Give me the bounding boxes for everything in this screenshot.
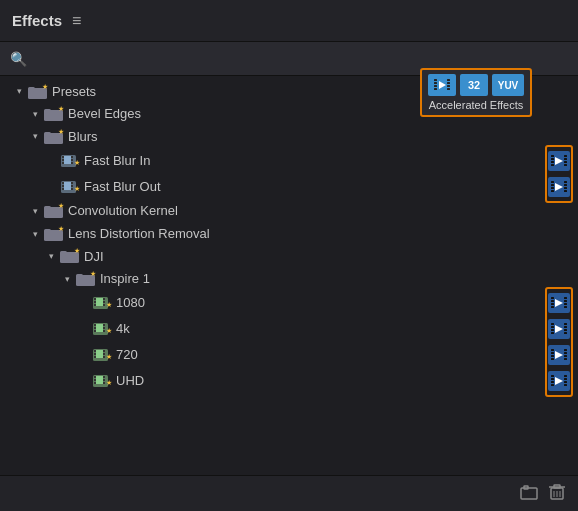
tree-item-4k[interactable]: ★ 4k xyxy=(0,316,578,342)
svg-rect-121 xyxy=(564,349,567,351)
item-label-4k: 4k xyxy=(116,321,548,336)
svg-rect-75 xyxy=(103,304,105,306)
svg-text:★: ★ xyxy=(106,327,112,334)
effect-icon-fast-blur-out: ★ xyxy=(60,178,84,195)
svg-rect-83 xyxy=(564,297,567,299)
video-effect-icon-uhd: ★ xyxy=(92,373,116,390)
svg-rect-45 xyxy=(64,182,71,190)
tree-item-blurs[interactable]: ★ Blurs xyxy=(0,125,578,148)
tree-item-fast-blur-out[interactable]: ★ Fast Blur Out xyxy=(0,174,578,200)
svg-rect-123 xyxy=(564,355,567,357)
item-label-uhd: UHD xyxy=(116,373,548,388)
svg-rect-93 xyxy=(103,327,105,329)
svg-rect-79 xyxy=(551,297,554,299)
svg-rect-35 xyxy=(564,161,567,163)
svg-rect-129 xyxy=(94,382,96,384)
tree-item-lens-distortion[interactable]: ★ Lens Distortion Removal xyxy=(0,222,578,245)
tree-item-1080[interactable]: ★ 1080 xyxy=(0,290,578,316)
svg-rect-92 xyxy=(103,324,105,326)
folder-icon-lens-distortion: ★ xyxy=(44,225,68,242)
delete-icon[interactable] xyxy=(548,483,566,505)
panel-header: Effects ≡ xyxy=(0,0,578,42)
search-input[interactable] xyxy=(33,51,568,66)
svg-rect-119 xyxy=(551,355,554,357)
svg-rect-127 xyxy=(94,376,96,378)
svg-rect-70 xyxy=(94,298,96,300)
item-label-dji: DJI xyxy=(84,249,570,264)
svg-rect-26 xyxy=(64,156,71,164)
svg-rect-30 xyxy=(551,158,554,160)
svg-rect-33 xyxy=(564,155,567,157)
svg-rect-141 xyxy=(564,378,567,380)
svg-rect-7 xyxy=(447,85,450,87)
svg-rect-58 xyxy=(44,206,51,211)
folder-icon-dji: ★ xyxy=(60,248,84,265)
svg-rect-99 xyxy=(551,326,554,328)
svg-text:★: ★ xyxy=(58,226,64,232)
chevron-lens-distortion[interactable] xyxy=(28,227,42,241)
chevron-dji[interactable] xyxy=(44,249,58,263)
svg-rect-42 xyxy=(71,182,73,184)
svg-rect-113 xyxy=(103,356,105,358)
panel-footer xyxy=(0,475,578,511)
svg-rect-85 xyxy=(564,303,567,305)
svg-text:★: ★ xyxy=(106,379,112,386)
menu-icon[interactable]: ≡ xyxy=(72,12,81,30)
svg-rect-143 xyxy=(564,384,567,386)
svg-rect-117 xyxy=(551,349,554,351)
svg-rect-61 xyxy=(44,229,51,234)
svg-rect-72 xyxy=(94,304,96,306)
accel-film-icon xyxy=(428,74,456,96)
svg-rect-139 xyxy=(551,384,554,386)
svg-rect-89 xyxy=(94,324,96,326)
chevron-bevel-edges[interactable] xyxy=(28,107,42,121)
svg-rect-22 xyxy=(62,162,64,164)
item-label-blurs: Blurs xyxy=(68,129,570,144)
tree-item-720[interactable]: ★ 720 xyxy=(0,342,578,368)
tree-area: ★ Presets ★ Bevel Edges ★ Blurs xyxy=(0,76,578,475)
svg-rect-53 xyxy=(564,184,567,186)
svg-rect-98 xyxy=(551,323,554,325)
gpu-icon-4k xyxy=(548,319,570,339)
chevron-presets[interactable] xyxy=(12,84,26,98)
panel-title: Effects xyxy=(12,12,62,29)
svg-rect-40 xyxy=(62,185,64,187)
chevron-blurs[interactable] xyxy=(28,129,42,143)
svg-text:★: ★ xyxy=(106,353,112,360)
svg-rect-103 xyxy=(564,326,567,328)
svg-text:★: ★ xyxy=(74,248,80,254)
svg-rect-8 xyxy=(447,88,450,90)
tree-item-fast-blur-in[interactable]: ★ Fast Blur In xyxy=(0,148,578,174)
svg-rect-105 xyxy=(564,332,567,334)
chevron-convolution-kernel[interactable] xyxy=(28,204,42,218)
svg-rect-81 xyxy=(551,303,554,305)
tree-item-convolution-kernel[interactable]: ★ Convolution Kernel xyxy=(0,200,578,223)
folder-icon-blurs: ★ xyxy=(44,128,68,145)
gpu-icon-720 xyxy=(548,345,570,365)
svg-text:★: ★ xyxy=(106,301,112,308)
svg-text:★: ★ xyxy=(58,106,64,112)
svg-rect-124 xyxy=(564,358,567,360)
effect-icon-fast-blur-in: ★ xyxy=(60,152,84,169)
svg-rect-34 xyxy=(564,158,567,160)
svg-rect-48 xyxy=(551,181,554,183)
svg-rect-24 xyxy=(71,159,73,161)
svg-rect-44 xyxy=(71,188,73,190)
svg-rect-54 xyxy=(564,187,567,189)
accel-yuv-icon: YUV xyxy=(492,74,524,96)
svg-rect-21 xyxy=(62,159,64,161)
tree-item-inspire1[interactable]: ★ Inspire 1 xyxy=(0,267,578,290)
svg-rect-133 xyxy=(96,376,103,384)
svg-rect-39 xyxy=(62,182,64,184)
svg-text:★: ★ xyxy=(42,84,48,90)
svg-rect-3 xyxy=(434,85,437,87)
svg-rect-80 xyxy=(551,300,554,302)
svg-rect-43 xyxy=(71,185,73,187)
svg-rect-91 xyxy=(94,330,96,332)
tree-item-dji[interactable]: ★ DJI xyxy=(0,245,578,268)
video-effect-icon-4k: ★ xyxy=(92,321,116,338)
chevron-inspire1[interactable] xyxy=(60,272,74,286)
svg-rect-71 xyxy=(94,301,96,303)
new-bin-icon[interactable] xyxy=(520,483,538,505)
tree-item-uhd[interactable]: ★ UHD xyxy=(0,368,578,394)
